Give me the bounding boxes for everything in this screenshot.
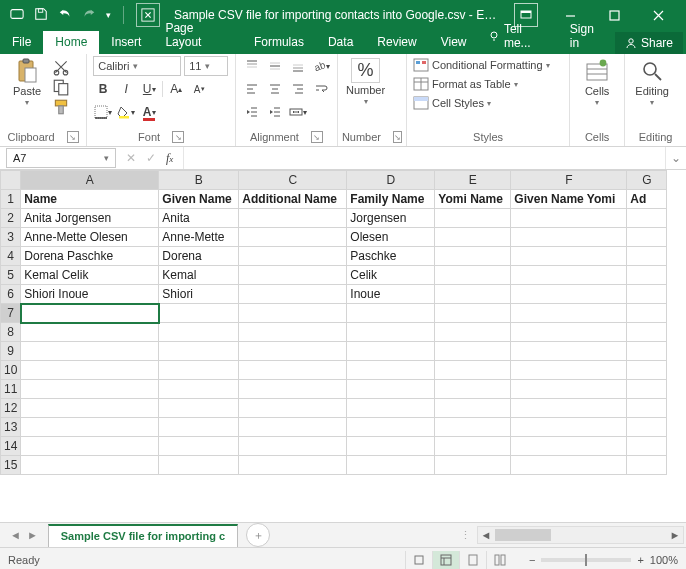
cell[interactable]: [347, 323, 435, 342]
cell[interactable]: [159, 304, 239, 323]
cell[interactable]: [511, 437, 627, 456]
cell[interactable]: Anne-Mette: [159, 228, 239, 247]
cell[interactable]: [159, 361, 239, 380]
qat-customize-icon[interactable]: ▾: [106, 10, 111, 20]
tab-scroll-left-icon[interactable]: ◄: [10, 529, 21, 541]
cell[interactable]: [627, 456, 667, 475]
page-layout-view-icon[interactable]: [459, 551, 486, 569]
cancel-formula-icon[interactable]: ✕: [126, 151, 136, 165]
cell[interactable]: [511, 380, 627, 399]
cell[interactable]: [347, 361, 435, 380]
number-format-button[interactable]: % Number▾: [344, 56, 387, 106]
column-header[interactable]: A: [21, 171, 159, 190]
cell[interactable]: [435, 304, 511, 323]
row-header[interactable]: 15: [1, 456, 21, 475]
cell[interactable]: [627, 209, 667, 228]
cell[interactable]: Additional Name: [239, 190, 347, 209]
row-header[interactable]: 2: [1, 209, 21, 228]
horizontal-scrollbar[interactable]: ◄ ►: [477, 526, 684, 544]
cell[interactable]: Kemal Celik: [21, 266, 159, 285]
zoom-slider[interactable]: [541, 558, 631, 562]
cells-button[interactable]: Cells▾: [576, 56, 618, 107]
normal-view-icon[interactable]: [432, 551, 459, 569]
row-header[interactable]: 13: [1, 418, 21, 437]
row-header[interactable]: 9: [1, 342, 21, 361]
cell[interactable]: [239, 266, 347, 285]
cell[interactable]: Shiori Inoue: [21, 285, 159, 304]
cell[interactable]: [435, 342, 511, 361]
cell[interactable]: [435, 285, 511, 304]
cell[interactable]: [511, 228, 627, 247]
tab-insert[interactable]: Insert: [99, 31, 153, 54]
cell[interactable]: [435, 228, 511, 247]
dialog-launcher-icon[interactable]: ↘: [393, 131, 402, 143]
cell[interactable]: [627, 380, 667, 399]
column-header[interactable]: E: [435, 171, 511, 190]
cell[interactable]: [627, 285, 667, 304]
cell[interactable]: [239, 456, 347, 475]
cell[interactable]: [21, 361, 159, 380]
cell[interactable]: [21, 399, 159, 418]
cell[interactable]: [347, 418, 435, 437]
column-header[interactable]: F: [511, 171, 627, 190]
cell[interactable]: [21, 418, 159, 437]
column-header[interactable]: B: [159, 171, 239, 190]
cell[interactable]: Given Name Yomi: [511, 190, 627, 209]
worksheet-grid[interactable]: ABCDEFG1NameGiven NameAdditional NameFam…: [0, 170, 686, 522]
cell[interactable]: [627, 228, 667, 247]
autosave-toggle-icon[interactable]: [10, 7, 24, 24]
enter-formula-icon[interactable]: ✓: [146, 151, 156, 165]
cell[interactable]: [627, 437, 667, 456]
cell[interactable]: Olesen: [347, 228, 435, 247]
cell[interactable]: [347, 342, 435, 361]
tell-me-search[interactable]: Tell me...: [478, 18, 559, 54]
cell[interactable]: [627, 266, 667, 285]
cell[interactable]: [511, 418, 627, 437]
dialog-launcher-icon[interactable]: ↘: [172, 131, 184, 143]
decrease-indent-icon[interactable]: [242, 102, 262, 122]
row-header[interactable]: 7: [1, 304, 21, 323]
cell[interactable]: Yomi Name: [435, 190, 511, 209]
cell[interactable]: Paschke: [347, 247, 435, 266]
cell[interactable]: Anne-Mette Olesen: [21, 228, 159, 247]
new-sheet-button[interactable]: ＋: [246, 523, 270, 547]
cell-styles-button[interactable]: Cell Styles▾: [413, 96, 550, 110]
align-middle-icon[interactable]: [265, 56, 285, 76]
cell[interactable]: [239, 304, 347, 323]
row-header[interactable]: 6: [1, 285, 21, 304]
cell[interactable]: [435, 456, 511, 475]
cell[interactable]: [159, 437, 239, 456]
cell[interactable]: [627, 361, 667, 380]
cell[interactable]: [511, 285, 627, 304]
font-color-icon[interactable]: A▾: [139, 102, 159, 122]
cell[interactable]: [21, 323, 159, 342]
tab-data[interactable]: Data: [316, 31, 365, 54]
cell[interactable]: [159, 380, 239, 399]
row-header[interactable]: 1: [1, 190, 21, 209]
borders-icon[interactable]: ▾: [93, 102, 113, 122]
cell[interactable]: [627, 304, 667, 323]
dialog-launcher-icon[interactable]: ↘: [311, 131, 323, 143]
cell[interactable]: [239, 247, 347, 266]
column-header[interactable]: D: [347, 171, 435, 190]
cell[interactable]: [21, 342, 159, 361]
scroll-left-icon[interactable]: ◄: [478, 529, 494, 541]
cell[interactable]: [511, 209, 627, 228]
expand-formula-bar-icon[interactable]: ⌄: [665, 147, 686, 169]
cell[interactable]: [159, 456, 239, 475]
increase-indent-icon[interactable]: [265, 102, 285, 122]
tab-home[interactable]: Home: [43, 31, 99, 54]
copy-icon[interactable]: [52, 78, 70, 96]
cell[interactable]: [511, 247, 627, 266]
font-family-combo[interactable]: Calibri▾: [93, 56, 181, 76]
tab-view[interactable]: View: [429, 31, 479, 54]
cell[interactable]: Family Name: [347, 190, 435, 209]
align-left-icon[interactable]: [242, 79, 262, 99]
font-size-combo[interactable]: 11▾: [184, 56, 228, 76]
column-header[interactable]: G: [627, 171, 667, 190]
select-all-corner[interactable]: [1, 171, 21, 190]
align-bottom-icon[interactable]: [288, 56, 308, 76]
cell[interactable]: [627, 399, 667, 418]
cell[interactable]: [627, 323, 667, 342]
cell[interactable]: [435, 266, 511, 285]
